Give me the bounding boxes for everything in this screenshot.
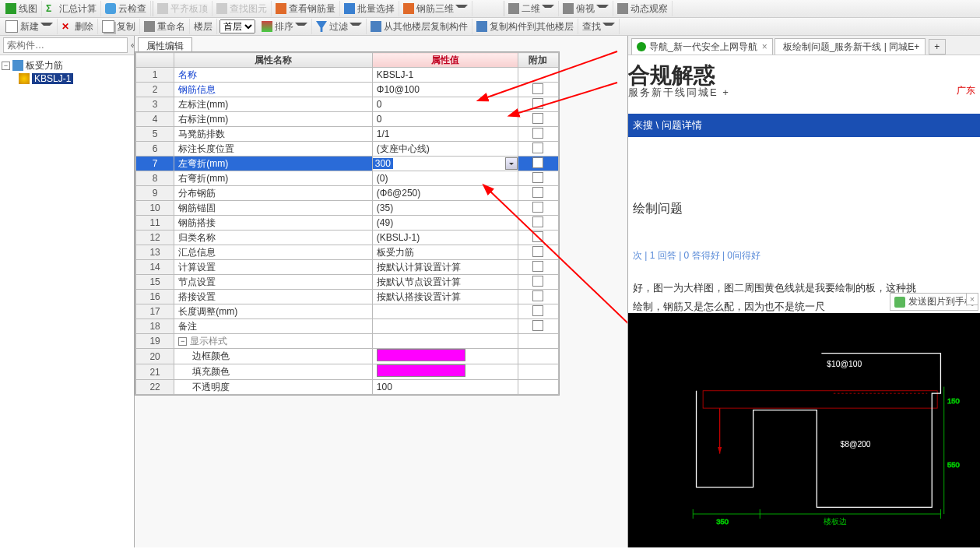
tb1-7[interactable]: 批量选择 bbox=[340, 1, 399, 16]
delete-button[interactable]: ✕删除 bbox=[58, 19, 98, 34]
dropdown-icon[interactable] bbox=[505, 157, 518, 170]
prop-value[interactable] bbox=[372, 319, 518, 334]
prop-extra[interactable] bbox=[518, 304, 558, 319]
prop-extra[interactable] bbox=[518, 364, 558, 380]
checkbox[interactable] bbox=[532, 261, 543, 272]
prop-row-9[interactable]: 9分布钢筋(Φ6@250) bbox=[136, 186, 559, 201]
prop-row-1[interactable]: 1名称KBSLJ-1 bbox=[136, 68, 559, 83]
prop-row-22[interactable]: 22不透明度100 bbox=[136, 380, 559, 395]
prop-row-4[interactable]: 4右标注(mm)0 bbox=[136, 112, 559, 127]
prop-row-17[interactable]: 17长度调整(mm) bbox=[136, 304, 559, 319]
prop-row-2[interactable]: 2钢筋信息Φ10@100 bbox=[136, 83, 559, 97]
prop-extra[interactable] bbox=[518, 171, 558, 186]
sort-button[interactable]: 排序 bbox=[258, 19, 312, 34]
prop-extra[interactable] bbox=[518, 68, 558, 83]
checkbox[interactable] bbox=[532, 276, 543, 287]
prop-extra[interactable] bbox=[518, 112, 558, 127]
prop-extra[interactable] bbox=[518, 216, 558, 231]
prop-value[interactable]: 按默认计算设置计算 bbox=[372, 260, 518, 275]
prop-row-14[interactable]: 14计算设置按默认计算设置计算 bbox=[136, 260, 559, 275]
prop-extra[interactable] bbox=[518, 201, 558, 216]
tree-toggle-icon[interactable]: − bbox=[2, 62, 10, 70]
checkbox[interactable] bbox=[532, 172, 543, 183]
prop-extra[interactable] bbox=[518, 275, 558, 290]
tb1-5[interactable]: 查找图元 bbox=[213, 1, 272, 16]
tb1-6[interactable]: 查看钢筋量 bbox=[272, 1, 340, 16]
search-input[interactable] bbox=[3, 37, 128, 53]
copy-to-button[interactable]: 复制构件到其他楼层 bbox=[472, 19, 578, 34]
prop-value[interactable]: 1/1 bbox=[372, 127, 518, 142]
prop-extra[interactable] bbox=[518, 127, 558, 142]
prop-extra[interactable] bbox=[518, 97, 558, 112]
checkbox[interactable] bbox=[532, 305, 543, 316]
prop-row-6[interactable]: 6标注长度位置(支座中心线) bbox=[136, 142, 559, 157]
prop-value[interactable]: 0 bbox=[372, 112, 518, 127]
filter-button[interactable]: 过滤 bbox=[312, 19, 367, 34]
rename-button[interactable]: 重命名 bbox=[140, 19, 190, 34]
layer-select[interactable]: 首层 bbox=[220, 19, 255, 33]
checkbox[interactable] bbox=[532, 128, 543, 139]
prop-row-13[interactable]: 13汇总信息板受力筋 bbox=[136, 245, 559, 260]
prop-value[interactable]: 板受力筋 bbox=[372, 245, 518, 260]
color-swatch[interactable] bbox=[377, 349, 465, 361]
prop-row-7[interactable]: 7左弯折(mm)300 bbox=[136, 157, 559, 171]
prop-value[interactable] bbox=[372, 364, 518, 380]
prop-value[interactable]: (Φ6@250) bbox=[372, 186, 518, 201]
prop-extra[interactable] bbox=[518, 186, 558, 201]
checkbox[interactable] bbox=[532, 83, 543, 94]
prop-row-19[interactable]: 19−显示样式 bbox=[136, 334, 559, 349]
tb1-12[interactable]: 动态观察 bbox=[613, 1, 673, 16]
prop-row-11[interactable]: 11钢筋搭接(49) bbox=[136, 216, 559, 231]
checkbox[interactable] bbox=[532, 216, 543, 227]
prop-value[interactable]: (支座中心线) bbox=[372, 142, 518, 157]
checkbox[interactable] bbox=[532, 290, 543, 301]
prop-value[interactable]: 按默认节点设置计算 bbox=[372, 275, 518, 290]
prop-extra[interactable] bbox=[518, 83, 558, 97]
find-button[interactable]: 查找 bbox=[578, 19, 620, 34]
prop-row-18[interactable]: 18备注 bbox=[136, 319, 559, 334]
prop-row-10[interactable]: 10钢筋锚固(35) bbox=[136, 201, 559, 216]
close-icon[interactable]: × bbox=[924, 41, 926, 52]
checkbox[interactable] bbox=[532, 202, 543, 213]
prop-value[interactable]: Φ10@100 bbox=[372, 83, 518, 97]
checkbox[interactable] bbox=[532, 187, 543, 198]
new-tab-button[interactable]: + bbox=[929, 39, 946, 55]
checkbox[interactable] bbox=[532, 98, 543, 109]
new-button[interactable]: 新建 bbox=[2, 19, 58, 34]
checkbox[interactable] bbox=[532, 157, 543, 168]
prop-extra[interactable] bbox=[518, 319, 558, 334]
prop-extra[interactable] bbox=[518, 142, 558, 157]
prop-extra[interactable] bbox=[518, 245, 558, 260]
color-swatch[interactable] bbox=[377, 364, 465, 377]
prop-value[interactable]: KBSLJ-1 bbox=[372, 68, 518, 83]
prop-row-15[interactable]: 15节点设置按默认节点设置计算 bbox=[136, 275, 559, 290]
copy-from-button[interactable]: 从其他楼层复制构件 bbox=[367, 19, 472, 34]
prop-value[interactable]: (KBSLJ-1) bbox=[372, 231, 518, 245]
tb1-2[interactable]: 云检查 bbox=[101, 1, 151, 16]
prop-row-3[interactable]: 3左标注(mm)0 bbox=[136, 97, 559, 112]
checkbox[interactable] bbox=[532, 143, 543, 153]
prop-row-5[interactable]: 5马凳筋排数1/1 bbox=[136, 127, 559, 142]
prop-extra[interactable] bbox=[518, 349, 558, 364]
prop-row-20[interactable]: 20边框颜色 bbox=[136, 349, 559, 364]
tb1-4[interactable]: 平齐板顶 bbox=[153, 1, 213, 16]
tree-root[interactable]: − 板受力筋 bbox=[2, 59, 132, 72]
prop-value[interactable]: 按默认搭接设置计算 bbox=[372, 290, 518, 304]
prop-extra[interactable] bbox=[518, 380, 558, 395]
prop-value[interactable] bbox=[372, 304, 518, 319]
send-to-phone[interactable]: 发送图片到手机 × bbox=[890, 293, 978, 311]
prop-value[interactable]: (0) bbox=[372, 171, 518, 186]
prop-extra[interactable] bbox=[518, 260, 558, 275]
checkbox[interactable] bbox=[532, 246, 543, 257]
prop-value[interactable]: (49) bbox=[372, 216, 518, 231]
location-label[interactable]: 广东 bbox=[957, 84, 975, 97]
prop-extra[interactable] bbox=[518, 231, 558, 245]
browser-tab-1[interactable]: 板绘制问题_服务新干线 | 同城E+ × bbox=[775, 38, 926, 55]
prop-row-8[interactable]: 8右弯折(mm)(0) bbox=[136, 171, 559, 186]
prop-value[interactable]: 300 bbox=[372, 157, 518, 171]
prop-row-21[interactable]: 21填充颜色 bbox=[136, 364, 559, 380]
tb1-8[interactable]: 钢筋三维 bbox=[399, 1, 472, 16]
prop-extra[interactable] bbox=[518, 290, 558, 304]
checkbox[interactable] bbox=[532, 320, 543, 331]
prop-row-12[interactable]: 12归类名称(KBSLJ-1) bbox=[136, 231, 559, 245]
